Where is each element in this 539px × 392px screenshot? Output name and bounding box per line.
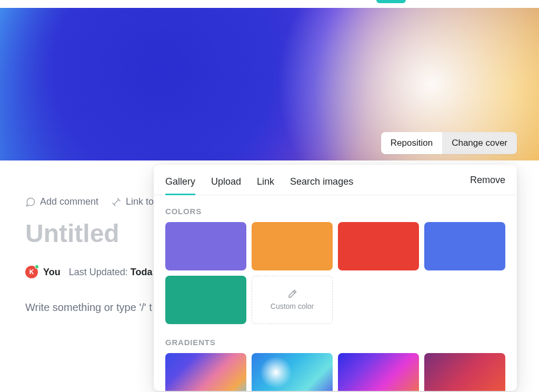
color-swatch-blue[interactable] [424,222,505,270]
color-swatch-purple[interactable] [165,222,246,270]
add-comment-button[interactable]: Add comment [25,196,98,207]
teal-accent [376,0,406,3]
cover-picker-popover: Gallery Upload Link Search images Remove… [154,165,517,391]
comment-icon [25,197,36,207]
gradient-swatch-4[interactable] [424,353,505,391]
colors-section-label: COLORS [165,207,505,216]
avatar-initial: K [29,268,34,276]
popover-body: COLORS Custom color GRADIENTS [154,195,517,391]
colors-grid: Custom color [165,222,505,324]
popover-tabs: Gallery Upload Link Search images Remove [154,165,517,195]
change-cover-button[interactable]: Change cover [442,132,517,154]
cover-actions: Reposition Change cover [381,132,517,154]
tab-gallery[interactable]: Gallery [165,173,195,195]
link-to-label: Link to [126,196,154,207]
link-icon [111,197,122,207]
custom-color-button[interactable]: Custom color [252,276,333,324]
gradients-section-label: GRADIENTS [165,338,505,347]
last-updated: Last Updated: Toda [69,267,153,278]
tab-upload[interactable]: Upload [211,173,241,195]
add-comment-label: Add comment [40,196,98,207]
presence-dot [35,265,39,269]
author-label: You [43,267,61,278]
last-updated-prefix: Last Updated: [69,267,128,277]
color-swatch-red[interactable] [338,222,419,270]
link-to-button[interactable]: Link to [111,196,154,207]
custom-color-label: Custom color [271,302,314,310]
reposition-button[interactable]: Reposition [381,132,442,154]
tab-link[interactable]: Link [257,173,274,195]
cover-image: Reposition Change cover [0,8,539,160]
eyedropper-icon [287,289,297,299]
gradient-swatch-1[interactable] [165,353,246,391]
gradients-grid [165,353,505,391]
top-bar [0,0,539,8]
color-swatch-teal[interactable] [165,276,246,324]
gradient-swatch-2[interactable] [252,353,333,391]
avatar[interactable]: K [25,266,38,278]
remove-cover-button[interactable]: Remove [470,175,505,193]
tab-search-images[interactable]: Search images [290,173,353,195]
gradient-swatch-3[interactable] [338,353,419,391]
color-swatch-orange[interactable] [252,222,333,270]
last-updated-value: Toda [131,267,153,277]
